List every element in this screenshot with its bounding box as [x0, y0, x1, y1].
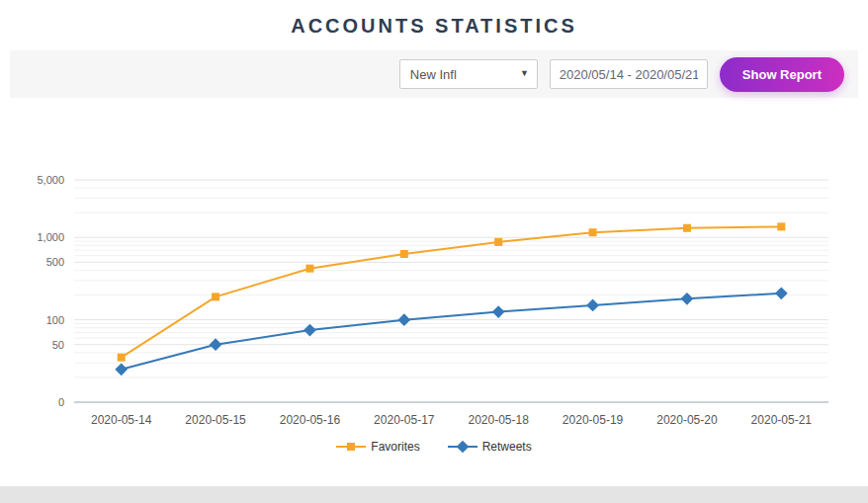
- filter-select[interactable]: New Infl: [399, 59, 538, 89]
- favorites-point[interactable]: [777, 222, 785, 230]
- legend-label: Favorites: [371, 440, 419, 454]
- diamond-marker-icon: [448, 440, 477, 454]
- retweets-point[interactable]: [681, 293, 694, 305]
- favorites-point[interactable]: [305, 265, 313, 273]
- show-report-button[interactable]: Show Report: [720, 57, 844, 92]
- legend-marker: [456, 441, 469, 454]
- y-axis-label: 500: [46, 256, 64, 268]
- date-range-input[interactable]: [550, 59, 708, 89]
- retweets-point[interactable]: [492, 305, 505, 318]
- retweets-point[interactable]: [115, 363, 128, 376]
- y-axis-label: 1,000: [37, 231, 64, 243]
- x-axis-label: 2020-05-20: [656, 413, 718, 427]
- x-axis-label: 2020-05-15: [185, 413, 246, 427]
- x-axis-label: 2020-05-19: [563, 413, 624, 427]
- line-chart: 0501005001,0005,0002020-05-142020-05-152…: [10, 106, 858, 434]
- page-title: ACCOUNTS STATISTICS: [0, 0, 868, 50]
- x-axis-label: 2020-05-16: [280, 413, 341, 427]
- y-axis-label: 5,000: [37, 174, 64, 186]
- retweets-line: [122, 293, 782, 370]
- favorites-point[interactable]: [400, 250, 408, 258]
- y-axis-label: 50: [52, 339, 64, 351]
- retweets-point[interactable]: [304, 324, 316, 337]
- y-axis-label: 100: [46, 314, 64, 326]
- favorites-point[interactable]: [212, 293, 219, 300]
- x-axis-label: 2020-05-18: [468, 413, 529, 427]
- toolbar: New Infl ▼ Show Report: [10, 50, 858, 98]
- legend-marker: [347, 443, 355, 451]
- favorites-point[interactable]: [118, 354, 126, 362]
- legend-item-retweets[interactable]: Retweets: [448, 440, 532, 454]
- filter-select-wrap: New Infl ▼: [399, 59, 538, 89]
- retweets-point[interactable]: [586, 299, 599, 312]
- legend-label: Retweets: [482, 440, 532, 454]
- favorites-point[interactable]: [683, 224, 691, 232]
- x-axis-label: 2020-05-17: [374, 413, 435, 427]
- retweets-point[interactable]: [210, 338, 222, 351]
- accounts-statistics-page: ACCOUNTS STATISTICS New Infl ▼ Show Repo…: [0, 0, 868, 486]
- chart-legend: FavoritesRetweets: [10, 440, 858, 454]
- legend-item-favorites[interactable]: Favorites: [336, 440, 419, 454]
- y-axis-label: 0: [58, 396, 64, 408]
- retweets-point[interactable]: [775, 287, 788, 299]
- retweets-point[interactable]: [397, 313, 410, 326]
- favorites-point[interactable]: [494, 238, 502, 246]
- x-axis-label: 2020-05-14: [91, 413, 152, 427]
- chart-container: 0501005001,0005,0002020-05-142020-05-152…: [10, 106, 858, 454]
- square-marker-icon: [336, 440, 366, 454]
- favorites-point[interactable]: [589, 228, 597, 236]
- x-axis-label: 2020-05-21: [751, 413, 813, 427]
